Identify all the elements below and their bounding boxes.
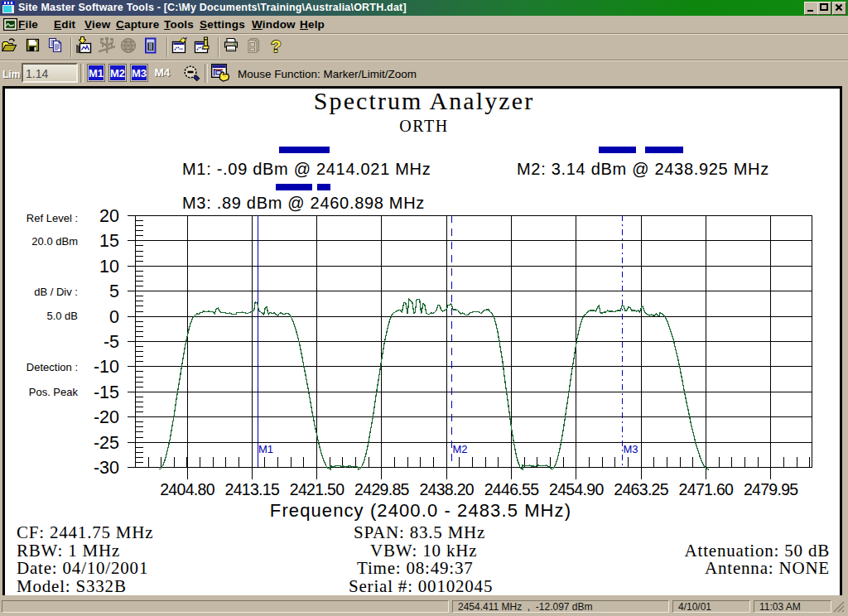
- svg-text:M3: M3: [624, 443, 638, 455]
- svg-text:M2: M2: [453, 443, 468, 455]
- svg-text:M1: M1: [258, 443, 273, 455]
